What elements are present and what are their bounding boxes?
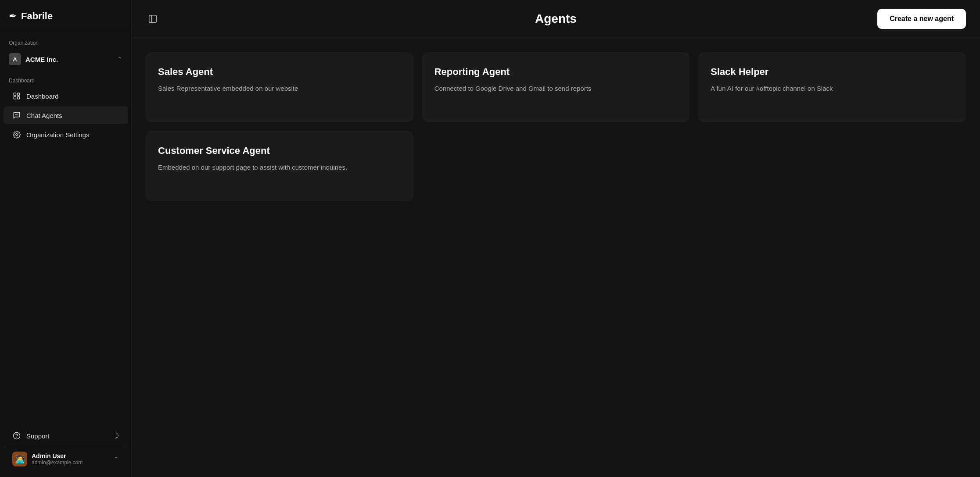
svg-rect-2	[14, 97, 16, 99]
sidebar: ✒ Fabrile Organization A ACME Inc. ⌃ Das…	[0, 0, 132, 477]
chat-agents-icon	[12, 111, 21, 120]
support-item[interactable]: Support ☽	[4, 427, 128, 445]
agent-card-desc-customer-service-agent: Embedded on our support page to assist w…	[158, 163, 401, 173]
header-left	[146, 12, 160, 26]
logo-area: ✒ Fabrile	[0, 0, 131, 31]
sidebar-item-dashboard-label: Dashboard	[26, 93, 58, 100]
sidebar-item-org-settings[interactable]: Organization Settings	[4, 126, 128, 143]
user-info: Admin User admin@example.com	[32, 452, 109, 466]
main-header: Agents Create a new agent	[132, 0, 980, 38]
svg-point-7	[16, 134, 18, 136]
svg-rect-0	[14, 93, 16, 95]
agent-card-reporting-agent[interactable]: Reporting AgentConnected to Google Drive…	[422, 52, 690, 122]
agent-card-customer-service-agent[interactable]: Customer Service AgentEmbedded on our su…	[146, 131, 413, 201]
logo-icon: ✒	[9, 11, 17, 22]
svg-rect-10	[149, 15, 157, 23]
agent-card-desc-sales-agent: Sales Representative embedded on our web…	[158, 84, 401, 94]
org-avatar: A	[9, 53, 21, 65]
support-icon	[12, 431, 21, 440]
org-section-label: Organization	[0, 31, 131, 50]
user-profile[interactable]: 🧑‍💻 Admin User admin@example.com ⌃	[4, 446, 128, 472]
agents-grid: Sales AgentSales Representative embedded…	[132, 38, 980, 215]
create-new-agent-button[interactable]: Create a new agent	[877, 9, 966, 29]
agent-card-desc-slack-helper: A fun AI for our #offtopic channel on Sl…	[711, 84, 954, 94]
sidebar-item-org-settings-label: Organization Settings	[26, 131, 89, 139]
user-avatar: 🧑‍💻	[12, 452, 27, 466]
agent-card-desc-reporting-agent: Connected to Google Drive and Gmail to s…	[434, 84, 678, 94]
svg-rect-3	[18, 97, 20, 99]
nav-section-label: Dashboard	[0, 71, 131, 86]
sidebar-item-chat-agents-label: Chat Agents	[26, 112, 62, 119]
agent-card-sales-agent[interactable]: Sales AgentSales Representative embedded…	[146, 52, 413, 122]
chevron-icon: ⌃	[117, 56, 122, 63]
org-settings-icon	[12, 130, 21, 139]
svg-point-6	[18, 114, 18, 115]
svg-rect-1	[18, 93, 20, 95]
sidebar-item-dashboard[interactable]: Dashboard	[4, 87, 128, 105]
page-title: Agents	[535, 12, 577, 26]
main-content: Agents Create a new agent Sales AgentSal…	[132, 0, 980, 477]
sidebar-toggle-button[interactable]	[146, 12, 160, 26]
user-name: Admin User	[32, 452, 109, 459]
user-chevron-icon: ⌃	[114, 456, 119, 463]
sidebar-item-chat-agents[interactable]: Chat Agents	[4, 107, 128, 124]
logo-text: Fabrile	[21, 11, 53, 22]
dashboard-icon	[12, 92, 21, 100]
svg-point-4	[15, 114, 16, 115]
support-label: Support	[26, 432, 50, 440]
user-email: admin@example.com	[32, 459, 109, 466]
org-name: ACME Inc.	[25, 56, 113, 63]
org-selector[interactable]: A ACME Inc. ⌃	[0, 50, 131, 71]
agent-card-title-reporting-agent: Reporting Agent	[434, 66, 678, 78]
svg-point-5	[16, 114, 17, 115]
agent-card-slack-helper[interactable]: Slack HelperA fun AI for our #offtopic c…	[698, 52, 966, 122]
agent-card-title-sales-agent: Sales Agent	[158, 66, 401, 78]
agent-card-title-customer-service-agent: Customer Service Agent	[158, 145, 401, 157]
svg-point-8	[14, 433, 20, 439]
theme-toggle-icon[interactable]: ☽	[112, 431, 119, 441]
agent-card-title-slack-helper: Slack Helper	[711, 66, 954, 78]
